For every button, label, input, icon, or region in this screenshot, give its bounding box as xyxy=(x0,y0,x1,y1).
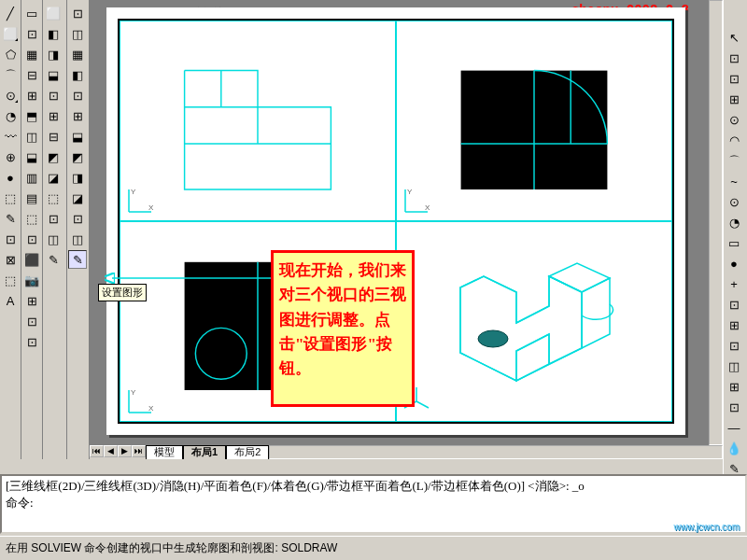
tool-render[interactable]: 📷 xyxy=(22,271,41,289)
tool-ellipse[interactable]: ◔ xyxy=(1,106,20,125)
tool-interfere[interactable]: ⬚ xyxy=(22,209,41,228)
sol-3[interactable]: ▦ xyxy=(68,45,87,63)
tool-text[interactable]: A xyxy=(1,291,20,310)
sol-9[interactable]: ◨ xyxy=(68,168,87,187)
tool-torus[interactable]: ⬒ xyxy=(22,106,41,125)
tool-spline[interactable]: 〰 xyxy=(1,127,20,146)
tool-cone[interactable]: ⊟ xyxy=(22,65,41,84)
mod-h5[interactable]: ⊞ xyxy=(725,377,743,396)
toolbar-solids: ▭ ⊡ ▦ ⊟ ⊞ ⬒ ◫ ⬓ ▥ ▤ ⬚ ⊡ ⬛ 📷 ⊞ ⊡ ⊡ xyxy=(21,0,43,459)
mod-drop[interactable]: 💧 xyxy=(725,439,743,457)
view-bottom[interactable]: ◧ xyxy=(44,24,63,43)
mod-ell[interactable]: ◔ xyxy=(725,213,743,231)
tool-box[interactable]: ▭ xyxy=(22,4,41,22)
sol-5[interactable]: ⊡ xyxy=(68,86,87,105)
tab-last[interactable]: ⏭ xyxy=(132,445,146,457)
view-named[interactable]: ⊡ xyxy=(44,209,63,228)
view-nw[interactable]: ⬚ xyxy=(44,189,63,207)
status-bar: 在用 SOLVIEW 命令创建的视口中生成轮廓图和剖视图: SOLDRAW xyxy=(0,536,747,560)
tool-insert[interactable]: ⬚ xyxy=(1,271,20,289)
command-window[interactable]: [三维线框(2D)/三维线框(3D)/消隐(H)/平面着色(F)/体着色(G)/… xyxy=(0,474,747,534)
view-top[interactable]: ⬜ xyxy=(44,4,63,22)
isometric-3d-model xyxy=(423,241,647,409)
viewport-top-right[interactable]: XY xyxy=(396,21,672,221)
tool-edit[interactable]: ✎ xyxy=(1,209,20,228)
sol-12[interactable]: ◫ xyxy=(68,230,87,248)
toolbar-modify: ↖ ⊡ ⊡ ⊞ ⊙ ◠ ⌒ ~ ⊙ ◔ ▭ ● + ⊡ ⊞ ⊡ ◫ ⊞ ⊡ — … xyxy=(723,0,747,495)
tab-layout2[interactable]: 布局2 xyxy=(226,445,269,459)
mod-rect[interactable]: ▭ xyxy=(725,233,743,252)
tool-subtract[interactable]: ⬛ xyxy=(22,250,41,269)
tool-rect[interactable]: ⬜ xyxy=(1,24,20,43)
tab-next[interactable]: ▶ xyxy=(118,445,132,457)
mod-copy[interactable]: ⊡ xyxy=(725,49,743,67)
tab-first[interactable]: ⏮ xyxy=(90,445,104,457)
tool-wedge[interactable]: ⊞ xyxy=(22,86,41,105)
tool-mat3[interactable]: ⊡ xyxy=(22,332,41,351)
tool-extrude[interactable]: ◫ xyxy=(22,127,41,146)
sol-4[interactable]: ◧ xyxy=(68,65,87,84)
tool-sphere[interactable]: ⊡ xyxy=(22,24,41,43)
mod-h3[interactable]: ⊡ xyxy=(725,336,743,355)
tool-mat1[interactable]: ⊞ xyxy=(22,291,41,310)
tool-cylinder[interactable]: ▦ xyxy=(22,45,41,63)
view-right[interactable]: ⬓ xyxy=(44,65,63,84)
mod-plus[interactable]: + xyxy=(725,274,743,293)
mod-dot[interactable]: ● xyxy=(725,254,743,273)
view-back[interactable]: ⊞ xyxy=(44,106,63,125)
tool-arc[interactable]: ⌒ xyxy=(1,65,20,84)
mod-line[interactable]: — xyxy=(725,418,743,437)
setup-drawing-button[interactable]: ✎ xyxy=(68,250,87,269)
sol-6[interactable]: ⊞ xyxy=(68,106,87,125)
tool-region[interactable]: ⊡ xyxy=(1,230,20,248)
mod-select[interactable]: ↖ xyxy=(725,28,743,47)
view-edit[interactable]: ✎ xyxy=(44,250,63,269)
svg-point-23 xyxy=(478,330,508,347)
mod-mirror[interactable]: ⊡ xyxy=(725,69,743,88)
view-camera[interactable]: ◫ xyxy=(44,230,63,248)
tab-layout1[interactable]: 布局1 xyxy=(183,445,226,459)
watermark-url: www.jcwcn.com xyxy=(673,522,740,532)
tool-mat2[interactable]: ⊡ xyxy=(22,312,41,330)
view-ne[interactable]: ◪ xyxy=(44,168,63,187)
tool-section[interactable]: ▤ xyxy=(22,189,41,207)
tool-slice[interactable]: ▥ xyxy=(22,168,41,187)
mod-circle[interactable]: ⊙ xyxy=(725,192,743,211)
tool-polygon[interactable]: ⬠ xyxy=(1,45,20,63)
sol-2[interactable]: ◫ xyxy=(68,24,87,43)
tool-hatch[interactable]: ⬚ xyxy=(1,189,20,207)
sol-1[interactable]: ⊡ xyxy=(68,4,87,22)
sol-11[interactable]: ⊡ xyxy=(68,209,87,228)
mod-h2[interactable]: ⊞ xyxy=(725,315,743,334)
viewport-top-left[interactable]: XY xyxy=(120,21,396,221)
mod-arc2[interactable]: ⌒ xyxy=(725,151,743,170)
tab-prev[interactable]: ◀ xyxy=(104,445,118,457)
view-front[interactable]: ⊡ xyxy=(44,86,63,105)
mod-h1[interactable]: ⊡ xyxy=(725,295,743,314)
mod-h4[interactable]: ◫ xyxy=(725,357,743,375)
scrollbar-horizontal[interactable] xyxy=(269,445,723,459)
tool-line[interactable]: ╱ xyxy=(1,4,20,22)
tool-donut[interactable]: ● xyxy=(1,168,20,187)
view-left[interactable]: ◨ xyxy=(44,45,63,63)
tab-model[interactable]: 模型 xyxy=(146,445,183,459)
view-sw[interactable]: ⊟ xyxy=(44,127,63,146)
tool-union[interactable]: ⊡ xyxy=(22,230,41,248)
mod-arc[interactable]: ◠ xyxy=(725,131,743,149)
mod-spline[interactable]: ~ xyxy=(725,172,743,190)
view-se[interactable]: ◩ xyxy=(44,147,63,166)
tool-point[interactable]: ⊕ xyxy=(1,147,20,166)
sol-7[interactable]: ⬓ xyxy=(68,127,87,146)
mod-h6[interactable]: ⊡ xyxy=(725,398,743,416)
sol-8[interactable]: ◩ xyxy=(68,147,87,166)
mod-array[interactable]: ⊙ xyxy=(725,110,743,129)
scrollbar-vertical[interactable] xyxy=(709,0,723,445)
mod-offset[interactable]: ⊞ xyxy=(725,90,743,108)
tool-revolve[interactable]: ⬓ xyxy=(22,147,41,166)
sol-10[interactable]: ◪ xyxy=(68,189,87,207)
viewport-bottom-right[interactable] xyxy=(396,221,672,422)
tool-circle[interactable]: ⊙ xyxy=(1,86,20,105)
tab-scroll-bar: ⏮ ◀ ▶ ⏭ 模型 布局1 布局2 xyxy=(90,445,723,459)
command-history-1: [三维线框(2D)/三维线框(3D)/消隐(H)/平面着色(F)/体着色(G)/… xyxy=(6,478,741,495)
tool-block[interactable]: ⊠ xyxy=(1,250,20,269)
